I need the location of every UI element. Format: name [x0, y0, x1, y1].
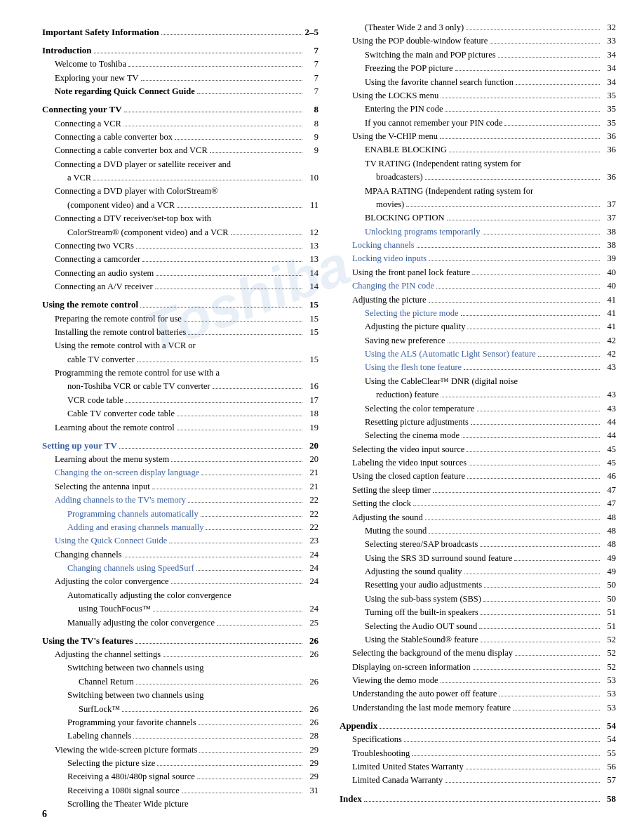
toc-entry: Connecting a cable converter box and VCR…	[42, 144, 318, 157]
toc-page: 13	[304, 253, 318, 266]
toc-entry: Troubleshooting 55	[340, 747, 616, 760]
toc-entry: Connecting an A/V receiver 14	[42, 280, 318, 293]
toc-label: Using the V-CHIP menu	[352, 130, 438, 143]
toc-dots	[466, 29, 600, 30]
toc-entry: Learning about the menu system 20	[42, 453, 318, 466]
toc-dots	[141, 80, 302, 81]
toc-page: 53	[602, 687, 616, 701]
toc-label: Adjusting the picture	[352, 293, 427, 307]
left-column: Important Safety Information 2–5Introduc…	[42, 21, 318, 812]
toc-page: 42	[602, 334, 616, 348]
toc-page: 24	[304, 602, 318, 616]
toc-dots	[137, 362, 302, 362]
toc-page: 38	[602, 239, 616, 252]
toc-label: Selecting the video input source	[352, 443, 464, 456]
toc-dots	[119, 448, 302, 449]
toc-dots	[94, 53, 302, 53]
toc-dots	[433, 492, 600, 493]
toc-entry: Turning off the built-in speakers 51	[340, 606, 616, 619]
toc-label: Troubleshooting	[352, 747, 410, 760]
toc-entry: Adjusting the color convergence 24	[42, 575, 318, 588]
toc-dots	[467, 478, 600, 479]
toc-entry: Adding channels to the TV's memory 22	[42, 494, 318, 507]
toc-entry: Note regarding Quick Connect Guide 7	[42, 85, 318, 98]
toc-page: 22	[304, 521, 318, 534]
toc-page: 46	[602, 470, 616, 483]
toc-dots	[464, 574, 600, 574]
toc-dots	[425, 179, 600, 180]
toc-page: 34	[602, 62, 616, 75]
toc-page: 10	[304, 171, 318, 185]
toc-entry: Locking video inputs 39	[340, 252, 616, 265]
toc-page: 26	[304, 716, 318, 729]
toc-page: 26	[304, 648, 318, 661]
toc-page: 36	[602, 130, 616, 143]
toc-dots	[128, 66, 302, 67]
toc-dots	[467, 329, 600, 329]
toc-entry: Locking channels 38	[340, 239, 616, 252]
toc-page: 34	[602, 48, 616, 62]
toc-page: 31	[304, 784, 318, 797]
toc-dots	[123, 126, 302, 126]
toc-label: SurfLock™	[79, 703, 120, 716]
toc-entry: Exploring your new TV 7	[42, 72, 318, 85]
toc-entry: Using the StableSound® feature 52	[340, 633, 616, 647]
toc-dots	[473, 669, 600, 670]
toc-label: MPAA RATING (Independent rating system f…	[365, 185, 533, 198]
toc-page: 58	[602, 792, 616, 806]
toc-entry: Changing the on-screen display language …	[42, 466, 318, 479]
toc-label: Adjusting the color convergence	[55, 575, 169, 588]
toc-entry: Unlocking programs temporarily 38	[340, 225, 616, 239]
toc-entry: Resetting your audio adjustments 50	[340, 578, 616, 592]
toc-entry: Receiving a 480i/480p signal source 29	[42, 770, 318, 783]
toc-label: Connecting two VCRs	[55, 239, 134, 253]
toc-dots	[206, 529, 302, 530]
toc-label: Understanding the last mode memory featu…	[352, 701, 511, 715]
toc-page: 57	[602, 774, 616, 787]
toc-entry: Selecting the picture size 29	[42, 757, 318, 770]
toc-label: Welcome to Toshiba	[55, 58, 126, 71]
toc-entry: Connecting an audio system 14	[42, 267, 318, 280]
toc-entry: Using the POP double-window feature 33	[340, 34, 616, 48]
toc-dots	[155, 289, 302, 289]
toc-label: Freezing the POP picture	[365, 62, 453, 75]
toc-entry: MPAA RATING (Independent rating system f…	[340, 185, 616, 198]
toc-label: Note regarding Quick Connect Guide	[55, 85, 195, 98]
toc-page: 54	[602, 733, 616, 746]
toc-page: 43	[602, 388, 616, 402]
toc-entry: Using the TV's features26	[42, 634, 318, 648]
toc-dots	[201, 475, 302, 475]
toc-dots	[471, 424, 600, 425]
toc-dots	[142, 261, 302, 262]
toc-entry: Programming the remote control for use w…	[42, 366, 318, 380]
toc-dots	[538, 356, 600, 357]
toc-dots	[199, 724, 302, 725]
toc-label: Selecting the picture size	[67, 757, 155, 770]
toc-entry: Switching between two channels using	[42, 689, 318, 702]
toc-dots	[177, 416, 302, 416]
toc-dots	[513, 710, 600, 710]
toc-page: 40	[602, 266, 616, 279]
toc-label: ColorStream® (component video) and a VCR	[67, 226, 229, 239]
toc-page: 48	[602, 538, 616, 551]
toc-label: (component video) and a VCR	[67, 199, 175, 212]
toc-page: 34	[602, 76, 616, 89]
toc-dots	[196, 570, 302, 571]
toc-label: Connecting an audio system	[55, 267, 154, 280]
toc-label: Switching the main and POP pictures	[365, 48, 496, 62]
toc-label: Manually adjusting the color convergence	[67, 616, 215, 630]
toc-entry: SurfLock™ 26	[42, 703, 318, 716]
toc-dots	[449, 152, 600, 152]
toc-dots	[136, 684, 302, 684]
toc-dots	[380, 728, 600, 729]
toc-entry: Resetting picture adjustments 44	[340, 416, 616, 429]
toc-label: If you cannot remember your PIN code	[365, 117, 502, 130]
toc-page: 47	[602, 484, 616, 497]
toc-dots	[412, 755, 600, 756]
toc-dots	[441, 397, 600, 397]
toc-dots	[182, 793, 302, 793]
toc-label: Displaying on-screen information	[352, 661, 471, 674]
toc-entry: Adjusting the sound quality 49	[340, 565, 616, 578]
toc-label: Using the closed caption feature	[352, 470, 465, 483]
toc-dots	[210, 152, 302, 153]
